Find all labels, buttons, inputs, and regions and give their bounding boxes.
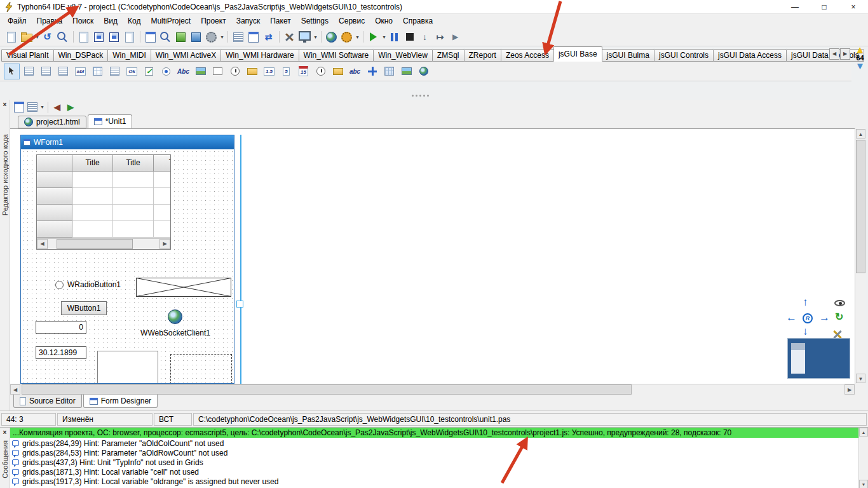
message-row[interactable]: grids.pas(1871,3) Hint: Local variable "… xyxy=(10,467,199,477)
menu-edit[interactable]: Правка xyxy=(32,14,68,28)
editor-window-icon[interactable] xyxy=(13,101,25,114)
maximize-button[interactable]: □ xyxy=(810,0,839,14)
wspinedit-component-button[interactable]: 5 xyxy=(278,64,294,79)
grid-horizontal-scrollbar[interactable]: ◀ ▶ xyxy=(37,238,170,249)
palette-tab-jsgui-bulma[interactable]: jsGUI Bulma xyxy=(602,49,654,62)
menu-code[interactable]: Код xyxy=(123,14,146,28)
select-tool-button[interactable] xyxy=(4,64,20,79)
compile-success-message[interactable]: ...Компиляция проекта, ОС: browser, проц… xyxy=(10,428,858,438)
tools-icon[interactable] xyxy=(282,30,297,44)
scroll-left-icon[interactable]: ◀ xyxy=(37,239,48,249)
menu-file[interactable]: Файл xyxy=(3,14,32,28)
export-icon[interactable] xyxy=(122,30,137,44)
wimagelist-component-button[interactable] xyxy=(398,64,414,79)
run-icon[interactable] xyxy=(366,30,381,44)
wedit-component-button[interactable]: abI xyxy=(72,64,88,79)
menu-tools[interactable]: Сервис xyxy=(334,14,370,28)
move-right-icon[interactable]: → xyxy=(819,311,830,324)
menu-package[interactable]: Пакет xyxy=(265,14,295,28)
stringgrid-control[interactable]: Title Title Titl ◀ ▶ xyxy=(36,154,171,250)
wfloatspinedit-component-button[interactable]: 1.5 xyxy=(261,64,277,79)
message-row[interactable]: grids.pas(437,3) Hint: Unit "TypInfo" no… xyxy=(10,458,203,467)
scroll-track[interactable] xyxy=(48,239,159,249)
editor-close-icon[interactable]: × xyxy=(3,101,7,109)
messages-close-icon[interactable]: × xyxy=(3,429,7,437)
wstringgrid-component-button[interactable] xyxy=(90,64,105,79)
palette-tab-win-wmi-activex[interactable]: Win_WMI ActiveX xyxy=(151,49,221,62)
open-unit-icon[interactable] xyxy=(76,30,91,44)
wfiledialog-component-button[interactable] xyxy=(244,64,260,79)
open-dropdown-icon[interactable] xyxy=(34,30,40,44)
designer-vertical-scrollbar[interactable]: ▲ ▼ xyxy=(855,128,865,384)
wcheckbox-component-button[interactable] xyxy=(141,64,157,79)
menu-window[interactable]: Окно xyxy=(370,14,398,28)
move-down-icon[interactable]: ↓ xyxy=(803,325,808,338)
palette-tab-jsgui-controls[interactable]: jsGUI Controls xyxy=(654,49,714,62)
scroll-thumb[interactable] xyxy=(57,239,133,249)
wbutton-component-button[interactable]: Ok xyxy=(124,64,140,79)
jump-forward-icon[interactable]: ▶ xyxy=(64,101,77,114)
eye-icon[interactable] xyxy=(834,300,845,306)
palette-tab-zmsql[interactable]: ZMSql xyxy=(432,49,465,62)
new-form-icon[interactable] xyxy=(143,30,158,44)
anchor-editor-button[interactable] xyxy=(21,64,37,79)
unit-list-icon[interactable] xyxy=(26,101,39,114)
menu-settings[interactable]: Settings xyxy=(296,14,334,28)
designed-form[interactable]: WForm1 Title Title Titl ◀ xyxy=(20,135,234,384)
hidden-control-placeholder[interactable] xyxy=(170,354,232,384)
palette-scroll-left-icon[interactable]: ◀ xyxy=(829,48,839,60)
tab-source-editor[interactable]: Source Editor xyxy=(13,395,82,408)
wshape-component-button[interactable] xyxy=(210,64,226,79)
wdatagrid-component-button[interactable] xyxy=(381,64,397,79)
wtimer-component-button[interactable] xyxy=(227,64,243,79)
view-forms-icon[interactable] xyxy=(246,30,261,44)
tab-project1-html[interactable]: project1.html xyxy=(18,116,86,128)
palette-tab-zreport[interactable]: ZReport xyxy=(464,49,501,62)
scroll-up-icon[interactable]: ▲ xyxy=(859,428,868,437)
shape-control[interactable] xyxy=(136,278,231,297)
step-into-icon[interactable] xyxy=(417,30,432,44)
scroll-left-icon[interactable]: ◀ xyxy=(10,384,20,395)
wclock-component-button[interactable] xyxy=(313,64,329,79)
save-all-icon[interactable] xyxy=(107,30,121,44)
panel-control[interactable] xyxy=(97,351,158,384)
palette-scroll-right-icon[interactable]: ▶ xyxy=(840,48,850,60)
scroll-track[interactable] xyxy=(20,384,844,395)
package-icon[interactable] xyxy=(173,30,188,44)
websocket-client-icon[interactable] xyxy=(168,309,182,324)
wimage-component-button[interactable] xyxy=(193,64,208,79)
palette-tab-win-wmi-software[interactable]: Win_WMI Software xyxy=(299,49,374,62)
menu-multiproject[interactable]: MultiProject xyxy=(146,14,196,28)
view-units-icon[interactable] xyxy=(231,30,245,44)
find-in-files-icon[interactable] xyxy=(158,30,173,44)
menu-view[interactable]: Вид xyxy=(98,14,123,28)
desktop-icon[interactable] xyxy=(297,30,312,44)
wdirectory-component-button[interactable] xyxy=(330,64,346,79)
desktop-dropdown-icon[interactable] xyxy=(313,30,318,44)
options-icon[interactable] xyxy=(339,30,354,44)
run-dropdown-icon[interactable] xyxy=(381,30,387,44)
wradiobutton-component-button[interactable] xyxy=(158,64,174,79)
radiobutton-control[interactable]: WRadioButton1 xyxy=(55,280,121,289)
palette-tab-visual-planit[interactable]: Visual PlanIt xyxy=(1,49,54,62)
speed-button-64[interactable]: ▲ 64 ▼ xyxy=(853,45,867,71)
online-tools-icon[interactable] xyxy=(324,30,339,44)
wwebsocketclient-component-button[interactable] xyxy=(416,64,431,79)
listbox-component-button[interactable] xyxy=(55,64,71,79)
designer-horizontal-scrollbar[interactable]: ◀ ▶ xyxy=(10,384,855,395)
tab-form-designer[interactable]: Form Designer xyxy=(83,395,158,408)
menu-project[interactable]: Проект xyxy=(196,14,231,28)
options-dropdown-icon[interactable] xyxy=(355,30,360,44)
menu-run[interactable]: Запуск xyxy=(231,14,266,28)
move-up-icon[interactable]: ↑ xyxy=(803,296,808,309)
build-mode-dropdown-icon[interactable] xyxy=(219,30,225,44)
move-left-icon[interactable]: ← xyxy=(786,311,797,324)
wbutton-control[interactable]: WButton1 xyxy=(61,301,107,315)
toggle-form-unit-icon[interactable] xyxy=(261,30,276,44)
menu-search[interactable]: Поиск xyxy=(67,14,98,28)
palette-tab-zeos-access[interactable]: Zeos Access xyxy=(501,49,554,62)
scroll-down-icon[interactable]: ▼ xyxy=(859,480,868,488)
scroll-right-icon[interactable]: ▶ xyxy=(844,384,855,395)
wcalendar-component-button[interactable]: 15 xyxy=(295,64,311,79)
step-over-icon[interactable] xyxy=(433,30,447,44)
